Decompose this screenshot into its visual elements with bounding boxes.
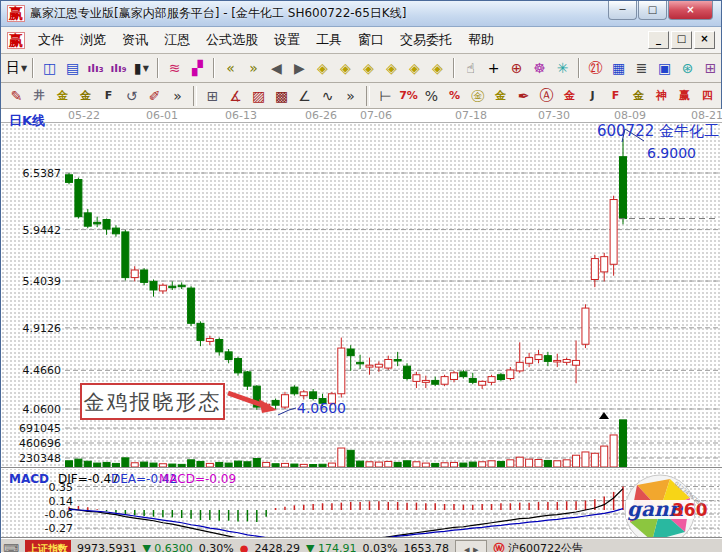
smart-analysis-icon[interactable]: ✳ bbox=[552, 58, 573, 79]
info-panel-icon[interactable]: ▤ bbox=[62, 58, 83, 79]
indicator-3-icon[interactable]: ılı₃ bbox=[85, 58, 106, 79]
gann-angle-icon[interactable]: 金 bbox=[628, 85, 649, 106]
menu-item-7[interactable]: 窗口 bbox=[350, 28, 392, 52]
window-titlebar[interactable]: 赢 赢家江恩专业版[赢家内部服务平台] - [金牛化工 SH600722-65日… bbox=[1, 1, 721, 27]
x-axis-tick: 06-26 bbox=[305, 109, 337, 122]
status-pager[interactable]: ◂ ▸ bbox=[455, 540, 488, 552]
volume-bar bbox=[178, 464, 185, 467]
remote-trade-icon[interactable]: ⊞ bbox=[700, 58, 721, 79]
ruler-tool-icon[interactable]: ⊢ bbox=[375, 85, 396, 106]
marker-brush-icon[interactable]: ✐ bbox=[144, 85, 165, 106]
volume-bar bbox=[310, 465, 317, 467]
notes-icon[interactable]: ≣ bbox=[631, 58, 652, 79]
zoom-out-horizontal-icon[interactable]: ◈ bbox=[312, 58, 333, 79]
menu-item-5[interactable]: 设置 bbox=[266, 28, 308, 52]
compress-all-icon[interactable]: ◈ bbox=[404, 58, 425, 79]
mdi-restore-button[interactable]: □ bbox=[671, 31, 692, 49]
percent-tool-icon[interactable]: % bbox=[421, 85, 442, 106]
kline-period-selector[interactable]: 日▼ bbox=[6, 58, 27, 79]
gann360-logo: gann3600123456789 bbox=[625, 475, 708, 545]
volume-bar bbox=[253, 459, 260, 467]
gold-angle-icon[interactable]: 金 bbox=[559, 85, 580, 106]
gold-line-icon[interactable]: 金 bbox=[490, 85, 511, 106]
f-angle-icon[interactable]: F bbox=[605, 85, 626, 106]
menu-item-6[interactable]: 工具 bbox=[308, 28, 350, 52]
candle-body bbox=[422, 380, 429, 382]
more-tools-mid-icon[interactable]: » bbox=[340, 85, 361, 106]
expand-all-icon[interactable]: ◈ bbox=[427, 58, 448, 79]
candle-body bbox=[66, 175, 73, 183]
close-button[interactable]: × bbox=[668, 1, 713, 20]
wave-pattern-icon[interactable]: ≋ bbox=[164, 58, 185, 79]
prev-bar-icon[interactable]: ◀ bbox=[266, 58, 287, 79]
j-angle-icon[interactable]: J bbox=[582, 85, 603, 106]
ying-angle-icon[interactable]: 赢 bbox=[674, 85, 695, 106]
next-bar-icon[interactable]: ▶ bbox=[289, 58, 310, 79]
brush-tool-icon[interactable]: ✎ bbox=[6, 85, 27, 106]
percent7-tool-icon[interactable]: 7% bbox=[398, 85, 419, 106]
price-axis-label: 6.5387 bbox=[23, 167, 62, 180]
calculator-icon[interactable]: ▦ bbox=[608, 58, 629, 79]
market-index-badge[interactable]: 上证指数 bbox=[25, 540, 71, 552]
gann-grid2-icon[interactable]: 金 bbox=[75, 85, 96, 106]
gann-fan-icon[interactable]: ∡ bbox=[225, 85, 246, 106]
spiral-tool-icon[interactable]: ↺ bbox=[121, 85, 142, 106]
box-tool-icon[interactable]: ⊞ bbox=[202, 85, 223, 106]
menu-item-1[interactable]: 浏览 bbox=[72, 28, 114, 52]
window-title: 赢家江恩专业版[赢家内部服务平台] - [金牛化工 SH600722-65日K线… bbox=[30, 5, 406, 22]
trend-line-icon[interactable]: ∠ bbox=[294, 85, 315, 106]
minimize-button[interactable]: ─ bbox=[608, 1, 637, 20]
shen-angle-icon[interactable]: 神 bbox=[651, 85, 672, 106]
menu-item-8[interactable]: 交易委托 bbox=[392, 28, 460, 52]
menu-item-3[interactable]: 江恩 bbox=[156, 28, 198, 52]
pattern-box2-icon[interactable]: ▩ bbox=[271, 85, 292, 106]
macd-axis-label: 0.35 bbox=[49, 481, 74, 494]
volume-bar bbox=[573, 455, 580, 467]
zoom-in-vertical-icon[interactable]: ◈ bbox=[381, 58, 402, 79]
chip-distribution-icon[interactable]: ☸ bbox=[529, 58, 550, 79]
announcement-link[interactable]: ⓦ 沪600722公告 bbox=[493, 540, 583, 552]
menu-item-2[interactable]: 资讯 bbox=[114, 28, 156, 52]
magnify-tool-icon[interactable]: ⊕ bbox=[506, 58, 527, 79]
network-data-icon[interactable]: ⊛ bbox=[677, 58, 698, 79]
multi-window-icon[interactable]: ◫ bbox=[39, 58, 60, 79]
keyboard-icon[interactable]: ⌨ bbox=[3, 540, 19, 552]
candle-style-icon[interactable]: ▮▼ bbox=[131, 58, 152, 79]
candle-body bbox=[450, 373, 457, 380]
first-page-icon[interactable]: « bbox=[220, 58, 241, 79]
pattern-box-icon[interactable]: ▨ bbox=[248, 85, 269, 106]
crosshair-tool-icon[interactable]: + bbox=[483, 58, 504, 79]
panel-title: 日K线 bbox=[9, 113, 45, 128]
candle-pen-icon[interactable]: ✒ bbox=[513, 85, 534, 106]
color-volume-icon[interactable]: ▞ bbox=[187, 58, 208, 79]
zigzag-line-icon[interactable]: ∿ bbox=[317, 85, 338, 106]
menu-item-0[interactable]: 文件 bbox=[30, 28, 72, 52]
menu-item-9[interactable]: 帮助 bbox=[460, 28, 502, 52]
indicator-9-icon[interactable]: ılı₉ bbox=[108, 58, 129, 79]
si-angle-icon[interactable]: 四 bbox=[697, 85, 718, 106]
wave-a-icon[interactable]: Ⓐ bbox=[536, 85, 557, 106]
candlestick-chart[interactable]: 05-2206-0106-1306-2607-0607-1807-3008-09… bbox=[1, 109, 722, 553]
zoom-in-horizontal-icon[interactable]: ◈ bbox=[335, 58, 356, 79]
gold-circle-icon[interactable]: ㊎ bbox=[467, 85, 488, 106]
grid-tool-icon[interactable]: 井 bbox=[29, 85, 50, 106]
gann-grid-icon[interactable]: 金 bbox=[52, 85, 73, 106]
candle-body bbox=[131, 270, 138, 278]
volume-bar bbox=[225, 463, 232, 467]
hand-tool-icon[interactable]: ☝ bbox=[460, 58, 481, 79]
more-tools-left-icon[interactable]: » bbox=[167, 85, 188, 106]
zoom-out-vertical-icon[interactable]: ◈ bbox=[358, 58, 379, 79]
last-page-icon[interactable]: » bbox=[243, 58, 264, 79]
fibonacci-tool-icon[interactable]: F bbox=[98, 85, 119, 106]
restore-button[interactable]: □ bbox=[638, 1, 667, 20]
save-icon[interactable]: ▣ bbox=[654, 58, 675, 79]
mdi-minimize-button[interactable]: _ bbox=[648, 31, 669, 49]
kline-chart-area[interactable]: 05-2206-0106-1306-2607-0607-1807-3008-09… bbox=[1, 109, 722, 553]
percent-line-icon[interactable]: % bbox=[444, 85, 465, 106]
volume-bar bbox=[291, 464, 298, 467]
candle-body bbox=[601, 257, 608, 272]
volume-bar bbox=[357, 461, 364, 467]
mdi-close-button[interactable]: × bbox=[694, 31, 715, 49]
calendar-icon[interactable]: ㉑ bbox=[585, 58, 606, 79]
menu-item-4[interactable]: 公式选股 bbox=[198, 28, 266, 52]
